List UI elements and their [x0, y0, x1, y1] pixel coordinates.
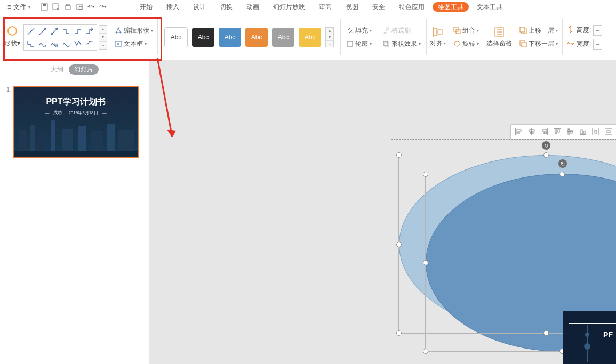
tab-special-apps[interactable]: 特色应用 — [392, 0, 431, 14]
edit-shape-btn[interactable]: 编辑形状▾ — [114, 26, 154, 36]
save-icon[interactable] — [40, 3, 49, 11]
svg-text:A: A — [117, 42, 120, 46]
handle2-nw[interactable] — [423, 172, 428, 177]
tab-view[interactable]: 视图 — [339, 0, 365, 14]
handle-w[interactable] — [396, 242, 402, 247]
group-icon — [453, 27, 461, 34]
style-tile-4[interactable]: Abc — [245, 28, 268, 47]
handle-nw[interactable] — [396, 152, 402, 158]
slides-tab[interactable]: 幻灯片 — [69, 64, 99, 75]
shape-double-arrow[interactable] — [50, 27, 59, 36]
svg-line-8 — [39, 28, 46, 35]
handle-sw[interactable] — [396, 330, 402, 336]
undo-icon[interactable]: ↶▾ — [87, 3, 95, 11]
rotate-handle[interactable] — [542, 141, 550, 150]
width-row: 宽度: – — [567, 39, 602, 50]
send-backward-btn[interactable]: 下移一层▾ — [518, 39, 559, 49]
selection-pane-btn[interactable]: 选择窗格 — [483, 14, 515, 60]
save-as-icon[interactable] — [52, 3, 60, 11]
style-tile-2[interactable]: Abc — [192, 28, 214, 47]
rotate-icon — [453, 40, 461, 47]
file-menu[interactable]: ≡ 文件 ▾ — [0, 0, 36, 14]
shape-step[interactable] — [26, 38, 36, 48]
style-tile-6[interactable]: Abc — [299, 28, 321, 47]
rotate-btn[interactable]: 旋转▾ — [452, 39, 480, 49]
style-tile-3[interactable]: Abc — [219, 28, 241, 47]
shape-elbow-arrow[interactable] — [85, 27, 94, 36]
tab-security[interactable]: 安全 — [365, 0, 392, 14]
handle2-n[interactable] — [559, 172, 565, 177]
tab-transition[interactable]: 切换 — [213, 0, 239, 14]
print-preview-icon[interactable] — [75, 3, 84, 11]
shape-zigzag[interactable] — [73, 38, 83, 48]
tab-review[interactable]: 审阅 — [312, 0, 339, 14]
align-top-btn[interactable] — [551, 126, 563, 137]
align-center-h-btn[interactable] — [526, 126, 538, 137]
handle2-w[interactable] — [423, 260, 428, 265]
shape-scribble[interactable] — [85, 38, 94, 48]
canvas-area[interactable]: PF — [149, 60, 616, 364]
bring-forward-btn[interactable]: 上移一层▾ — [518, 26, 559, 36]
skyline-art — [14, 119, 138, 157]
shape-curve-arrow[interactable] — [50, 38, 59, 48]
svg-rect-67 — [595, 130, 597, 133]
ribbon-group-edit-shape: 编辑形状▾ A 文本框▾ — [110, 14, 157, 60]
handle-n[interactable] — [543, 152, 549, 158]
slide-number: 1 — [4, 86, 10, 158]
shape-curve-double[interactable] — [61, 38, 71, 48]
shape-line[interactable] — [26, 27, 36, 36]
align-dropdown[interactable]: 对齐▾ — [427, 14, 449, 60]
tab-animation[interactable]: 动画 — [239, 0, 266, 14]
shape-effect-btn[interactable]: 形状效果▾ — [381, 39, 422, 49]
svg-rect-15 — [347, 41, 353, 46]
shape-curve[interactable] — [38, 38, 47, 48]
file-menu-label: 文件 — [13, 3, 26, 12]
print-icon[interactable] — [63, 3, 72, 11]
text-box-icon: A — [115, 40, 122, 47]
tab-slideshow[interactable]: 幻灯片放映 — [266, 0, 312, 14]
tab-text-tools[interactable]: 文本工具 — [470, 0, 509, 14]
thumb-subtitle: — 成功2019年3月18日 — — [14, 110, 138, 116]
svg-point-10 — [116, 32, 117, 34]
svg-rect-48 — [517, 130, 521, 131]
outline-tab[interactable]: 大纲 — [51, 65, 63, 74]
align-bottom-btn[interactable] — [577, 126, 589, 137]
align-icon — [432, 26, 444, 38]
text-box-btn[interactable]: A 文本框▾ — [114, 39, 154, 49]
quick-access-toolbar: ↶▾ ↷▾ — [36, 0, 111, 14]
tab-insert[interactable]: 插入 — [159, 0, 186, 14]
distribute-h-btn[interactable] — [590, 126, 602, 137]
style-tile-5[interactable]: Abc — [272, 28, 294, 47]
shape-arrow[interactable] — [38, 27, 47, 36]
shapes-dropdown[interactable]: 形状▾ — [4, 39, 20, 48]
svg-point-81 — [584, 343, 590, 350]
tab-home[interactable]: 开始 — [133, 0, 159, 14]
shape-elbow[interactable] — [61, 27, 71, 36]
shape-elbow-2[interactable] — [73, 27, 83, 36]
outline-btn[interactable]: 轮廓▾ — [345, 39, 373, 49]
hamburger-icon: ≡ — [7, 3, 11, 11]
style-gallery-spinner[interactable]: ▴▾⌄ — [325, 27, 334, 47]
fill-btn[interactable]: 填充▾ — [345, 26, 373, 36]
style-tile-1[interactable]: Abc — [164, 27, 188, 47]
group-btn[interactable]: 组合▾ — [452, 26, 480, 36]
svg-rect-64 — [583, 131, 585, 134]
shape-gallery[interactable] — [23, 24, 97, 51]
format-painter-label: 格式刷 — [391, 26, 411, 35]
align-right-btn[interactable] — [539, 126, 550, 137]
height-input[interactable]: – — [593, 25, 602, 36]
tab-design[interactable]: 设计 — [186, 0, 213, 14]
svg-point-6 — [79, 6, 82, 10]
tab-drawing-tools[interactable]: 绘图工具 — [433, 2, 469, 12]
align-middle-v-btn[interactable] — [564, 126, 576, 137]
handle2-sw[interactable] — [423, 349, 428, 354]
svg-rect-1 — [43, 4, 46, 6]
ribbon: 形状▾ ▴▾⌄ 编辑形状▾ A — [0, 14, 616, 60]
rotate-handle-front[interactable] — [558, 159, 567, 168]
distribute-v-btn[interactable] — [603, 126, 614, 137]
width-input[interactable]: – — [593, 39, 602, 50]
shape-gallery-spinner[interactable]: ▴▾⌄ — [99, 25, 107, 50]
redo-icon[interactable]: ↷▾ — [99, 3, 107, 11]
slide-thumbnail[interactable]: PPT学习计划书 — 成功2019年3月18日 — — [13, 86, 139, 158]
align-left-btn[interactable] — [513, 126, 525, 137]
